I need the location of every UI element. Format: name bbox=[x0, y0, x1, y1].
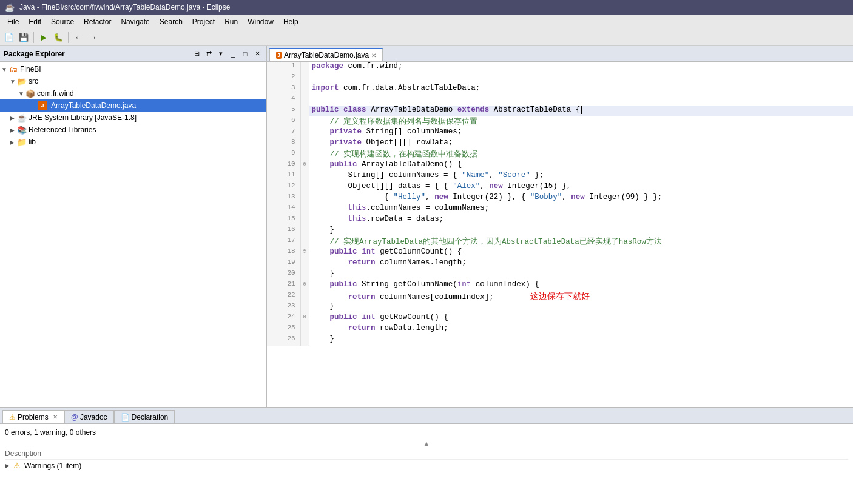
code-editor[interactable]: 1 package com.fr.wind; 2 3 impo bbox=[267, 62, 853, 407]
code-line-26: 26 } bbox=[267, 335, 853, 346]
code-line-14: 14 this.columnNames = columnNames; bbox=[267, 204, 853, 215]
bottom-tab-javadoc[interactable]: @ Javadoc bbox=[64, 410, 114, 423]
code-12[interactable]: Object[][] datas = { { "Alex", new Integ… bbox=[309, 182, 853, 193]
line-num-8: 8 bbox=[267, 138, 300, 149]
toolbar-save-btn[interactable]: 💾 bbox=[17, 31, 30, 44]
code-4[interactable] bbox=[309, 95, 853, 106]
fold-21[interactable]: ⊖ bbox=[300, 280, 309, 291]
code-14[interactable]: this.columnNames = columnNames; bbox=[309, 204, 853, 215]
code-1[interactable]: package com.fr.wind; bbox=[309, 62, 853, 73]
sidebar-close-btn[interactable]: ✕ bbox=[252, 49, 263, 59]
code-21[interactable]: public String getColumnName(int columnIn… bbox=[309, 280, 853, 291]
toolbar-back-btn[interactable]: ← bbox=[72, 31, 85, 44]
code-8[interactable]: private Object[][] rowData; bbox=[309, 138, 853, 149]
code-table: 1 package com.fr.wind; 2 3 impo bbox=[267, 62, 853, 346]
code-15[interactable]: this.rowData = datas; bbox=[309, 215, 853, 226]
description-header: Description bbox=[5, 448, 848, 460]
line-num-12: 12 bbox=[267, 182, 300, 193]
code-26[interactable]: } bbox=[309, 335, 853, 346]
code-16[interactable]: } bbox=[309, 226, 853, 237]
folder-icon-lib: 📁 bbox=[17, 137, 27, 147]
toolbar-run-btn[interactable]: ▶ bbox=[37, 31, 50, 44]
menu-item-navigate[interactable]: Navigate bbox=[116, 16, 154, 27]
line-num-15: 15 bbox=[267, 215, 300, 226]
code-3[interactable]: import com.fr.data.AbstractTableData; bbox=[309, 84, 853, 95]
code-22[interactable]: return columnNames[columnIndex];这边保存下就好 bbox=[309, 291, 853, 302]
tree-item-finebi[interactable]: ▼ 🗂 FineBI bbox=[0, 63, 266, 75]
toolbar-fwd-btn[interactable]: → bbox=[86, 31, 99, 44]
bottom-tab-problems[interactable]: ⚠ Problems ✕ bbox=[2, 410, 64, 423]
code-6[interactable]: // 定义程序数据集的列名与数据保存位置 bbox=[309, 116, 853, 127]
fold-10[interactable]: ⊖ bbox=[300, 160, 309, 171]
toolbar-new-btn[interactable]: 📄 bbox=[2, 31, 16, 44]
code-17[interactable]: // 实现ArrayTableData的其他四个方法，因为AbstractTab… bbox=[309, 237, 853, 247]
line-num-19: 19 bbox=[267, 258, 300, 269]
code-line-1: 1 package com.fr.wind; bbox=[267, 62, 853, 73]
code-line-23: 23 } bbox=[267, 302, 853, 313]
warning-expand-arrow[interactable]: ▶ bbox=[5, 462, 10, 469]
code-13[interactable]: { "Helly", new Integer(22) }, { "Bobby",… bbox=[309, 193, 853, 204]
fold-14 bbox=[300, 204, 309, 215]
tree-item-reflibrary[interactable]: ▶ 📚 Referenced Libraries bbox=[0, 124, 266, 136]
sidebar-collapse-btn[interactable]: ⊟ bbox=[191, 49, 202, 59]
sidebar-link-btn[interactable]: ⇄ bbox=[203, 49, 214, 59]
code-5[interactable]: public class ArrayTableDataDemo extends … bbox=[309, 106, 853, 116]
fold-24[interactable]: ⊖ bbox=[300, 313, 309, 324]
sidebar-menu-btn[interactable]: ▾ bbox=[215, 49, 226, 59]
line-num-1: 1 bbox=[267, 62, 300, 73]
code-line-4: 4 bbox=[267, 95, 853, 106]
code-line-20: 20 } bbox=[267, 269, 853, 280]
jre-icon: ☕ bbox=[17, 113, 27, 123]
code-19[interactable]: return columnNames.length; bbox=[309, 258, 853, 269]
bottom-tabs: ⚠ Problems ✕ @ Javadoc 📄 Declaration bbox=[0, 408, 853, 424]
code-18[interactable]: public int getColumnCount() { bbox=[309, 247, 853, 258]
tree-item-jre[interactable]: ▶ ☕ JRE System Library [JavaSE-1.8] bbox=[0, 112, 266, 124]
fold-2 bbox=[300, 73, 309, 84]
menu-item-file[interactable]: File bbox=[2, 16, 24, 27]
code-line-5: 5 public class ArrayTableDataDemo extend… bbox=[267, 106, 853, 116]
line-num-21: 21 bbox=[267, 280, 300, 291]
line-num-13: 13 bbox=[267, 193, 300, 204]
tree-item-lib[interactable]: ▶ 📁 lib bbox=[0, 136, 266, 148]
menu-item-run[interactable]: Run bbox=[220, 16, 243, 27]
tree-item-package[interactable]: ▼ 📦 com.fr.wind bbox=[0, 87, 266, 99]
code-11[interactable]: String[] columnNames = { "Name", "Score"… bbox=[309, 171, 853, 182]
line-num-5: 5 bbox=[267, 106, 300, 116]
editor-tab-close[interactable]: ✕ bbox=[371, 52, 376, 59]
problems-tab-close[interactable]: ✕ bbox=[53, 414, 58, 420]
code-23[interactable]: } bbox=[309, 302, 853, 313]
menu-item-refactor[interactable]: Refactor bbox=[79, 16, 116, 27]
reflibrary-icon: 📚 bbox=[17, 125, 27, 135]
fold-19 bbox=[300, 258, 309, 269]
fold-4 bbox=[300, 95, 309, 106]
code-7[interactable]: private String[] columnNames; bbox=[309, 127, 853, 138]
java-file-icon: J bbox=[38, 101, 47, 110]
editor-tab-main[interactable]: J ArrayTableDataDemo.java ✕ bbox=[269, 48, 383, 61]
code-20[interactable]: } bbox=[309, 269, 853, 280]
code-line-24: 24 ⊖ public int getRowCount() { bbox=[267, 313, 853, 324]
fold-7 bbox=[300, 127, 309, 138]
sidebar-max-btn[interactable]: □ bbox=[240, 49, 251, 59]
code-10[interactable]: public ArrayTableDataDemo() { bbox=[309, 160, 853, 171]
fold-18[interactable]: ⊖ bbox=[300, 247, 309, 258]
tree-item-java-file[interactable]: J ArrayTableDataDemo.java bbox=[0, 99, 266, 112]
menu-item-window[interactable]: Window bbox=[243, 16, 278, 27]
code-2[interactable] bbox=[309, 73, 853, 84]
menu-item-edit[interactable]: Edit bbox=[24, 16, 46, 27]
menu-item-help[interactable]: Help bbox=[278, 16, 303, 27]
bottom-tab-declaration[interactable]: 📄 Declaration bbox=[114, 410, 175, 423]
menu-item-project[interactable]: Project bbox=[187, 16, 220, 27]
code-24[interactable]: public int getRowCount() { bbox=[309, 313, 853, 324]
tree-label-finebi: FineBI bbox=[20, 65, 41, 73]
line-num-14: 14 bbox=[267, 204, 300, 215]
menu-item-search[interactable]: Search bbox=[155, 16, 187, 27]
code-25[interactable]: return rowData.length; bbox=[309, 324, 853, 335]
menu-item-source[interactable]: Source bbox=[46, 16, 79, 27]
code-9[interactable]: // 实现构建函数，在构建函数中准备数据 bbox=[309, 149, 853, 160]
tree-item-src[interactable]: ▼ 📂 src bbox=[0, 75, 266, 87]
fold-11 bbox=[300, 171, 309, 182]
sidebar-min-btn[interactable]: _ bbox=[228, 49, 238, 59]
code-line-25: 25 return rowData.length; bbox=[267, 324, 853, 335]
warning-item[interactable]: ▶ ⚠ Warnings (1 item) bbox=[5, 460, 848, 471]
toolbar-debug-btn[interactable]: 🐛 bbox=[52, 31, 65, 44]
